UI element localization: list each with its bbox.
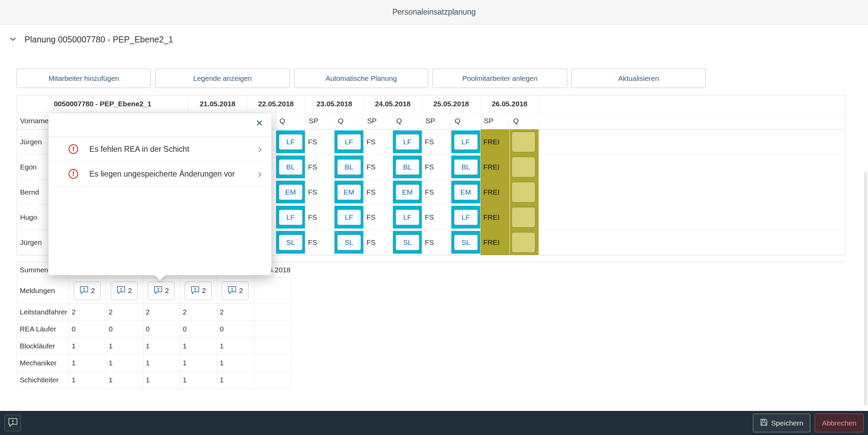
shift-code-button[interactable]: BL	[454, 159, 478, 175]
weekend-q-cell[interactable]	[510, 129, 539, 155]
shift-code-button[interactable]: SL	[454, 235, 478, 250]
add-employee-button[interactable]: Mitarbeiter hinzufügen	[17, 69, 151, 88]
shift-q-cell[interactable]: BL	[393, 155, 422, 180]
shift-q-cell[interactable]: BL	[451, 155, 481, 180]
shift-q-cell[interactable]: LF	[451, 205, 481, 230]
shift-code-button[interactable]: SL	[279, 235, 303, 250]
subcol-header-q: Q	[451, 112, 481, 129]
shift-code-button[interactable]: LF	[396, 210, 419, 225]
shift-sp-cell[interactable]: FS	[422, 230, 451, 255]
shift-sp-cell[interactable]: FS	[364, 205, 393, 230]
shift-q-cell[interactable]: SL	[334, 230, 364, 255]
message-item[interactable]: ! Es liegen ungespeicherte Änderungen vo…	[49, 162, 271, 186]
shift-code-button[interactable]: EM	[337, 184, 361, 200]
shift-q-cell[interactable]: BL	[334, 155, 364, 180]
shift-q-cell[interactable]: LF	[334, 129, 364, 155]
shift-q-cell[interactable]: EM	[276, 180, 305, 205]
shift-sp-cell[interactable]: FS	[422, 205, 451, 230]
shift-q-cell[interactable]: SL	[393, 230, 422, 255]
weekend-qual-box[interactable]	[511, 232, 536, 253]
shift-code-button[interactable]: LF	[454, 210, 478, 225]
weekend-q-cell[interactable]	[510, 155, 539, 180]
message-count: 2	[239, 287, 243, 295]
weekend-qual-box[interactable]	[511, 131, 536, 152]
shift-sp-cell[interactable]: FS	[422, 129, 451, 155]
shift-code-button[interactable]: EM	[454, 184, 478, 200]
frei-cell[interactable]: FREI	[481, 205, 510, 230]
weekend-qual-box[interactable]	[511, 182, 536, 203]
weekend-q-cell[interactable]	[510, 230, 539, 255]
shift-sp-cell[interactable]: FS	[364, 180, 393, 205]
shift-sp-cell[interactable]: FS	[305, 205, 334, 230]
message-count-button[interactable]: 2	[222, 282, 249, 300]
shift-q-cell[interactable]: EM	[334, 180, 364, 205]
message-text: Es fehlen REA in der Schicht	[89, 145, 258, 154]
empty-cell	[254, 304, 291, 321]
message-item[interactable]: ! Es fehlen REA in der Schicht ›	[49, 137, 271, 162]
shift-code-button[interactable]: BL	[279, 159, 303, 175]
shift-q-cell[interactable]: LF	[451, 129, 481, 155]
vertical-scrollbar-thumb[interactable]	[864, 171, 867, 406]
shift-code-button[interactable]: BL	[337, 159, 361, 175]
message-count-button[interactable]: 2	[148, 282, 175, 300]
weekend-q-cell[interactable]	[510, 205, 539, 230]
shift-highlight: LF	[393, 206, 422, 229]
refresh-button[interactable]: Aktualisieren	[572, 69, 706, 88]
shift-q-cell[interactable]: LF	[393, 129, 422, 155]
shift-sp-cell[interactable]: FS	[422, 180, 451, 205]
frei-cell[interactable]: FREI	[481, 180, 510, 205]
save-button[interactable]: Speichern	[753, 414, 811, 432]
shift-q-cell[interactable]: LF	[334, 205, 364, 230]
message-count-button[interactable]: 2	[185, 282, 212, 300]
frei-cell[interactable]: FREI	[481, 230, 510, 255]
shift-sp-cell[interactable]: FS	[305, 129, 334, 155]
shift-q-cell[interactable]: BL	[276, 155, 305, 180]
shift-sp-cell[interactable]: FS	[364, 129, 393, 155]
shift-code-button[interactable]: LF	[279, 134, 303, 150]
cancel-button[interactable]: Abbrechen	[815, 414, 864, 432]
shift-code-button[interactable]: LF	[454, 134, 478, 150]
shift-q-cell[interactable]: LF	[276, 205, 305, 230]
shift-q-cell[interactable]: EM	[393, 180, 422, 205]
frei-cell[interactable]: FREI	[481, 155, 510, 180]
empty-cell	[254, 371, 291, 388]
shift-q-cell[interactable]: SL	[451, 230, 481, 255]
close-icon[interactable]: ✕	[255, 119, 263, 128]
weekend-qual-box[interactable]	[511, 207, 536, 228]
date-header-5: 25.05.2018	[422, 95, 481, 112]
frei-cell[interactable]: FREI	[481, 129, 510, 155]
empty-cell	[254, 338, 291, 355]
weekend-qual-box[interactable]	[511, 157, 536, 178]
shift-sp-cell[interactable]: FS	[364, 155, 393, 180]
shift-highlight: LF	[451, 130, 480, 153]
shift-sp-cell[interactable]: FS	[305, 180, 334, 205]
shift-sp-cell[interactable]: FS	[364, 230, 393, 255]
shift-code-button[interactable]: EM	[279, 184, 303, 200]
shift-code-button[interactable]: SL	[396, 235, 419, 250]
show-legend-button[interactable]: Legende anzeigen	[155, 69, 289, 88]
toolbar: Mitarbeiter hinzufügen Legende anzeigen …	[17, 69, 706, 88]
shift-code-button[interactable]: SL	[337, 235, 361, 250]
shift-code-button[interactable]: EM	[396, 184, 419, 200]
date-header-4: 24.05.2018	[364, 95, 422, 112]
shift-code-button[interactable]: LF	[279, 210, 303, 225]
shift-q-cell[interactable]: SL	[276, 230, 305, 255]
shift-code-button[interactable]: BL	[396, 159, 419, 175]
message-cell: 2	[69, 278, 106, 304]
message-count-button[interactable]: 2	[111, 282, 138, 300]
weekend-q-cell[interactable]	[510, 180, 539, 205]
create-pool-employee-button[interactable]: Poolmitarbeiter anlegen	[433, 69, 567, 88]
footer-messages-button[interactable]	[4, 415, 21, 431]
shift-code-button[interactable]: LF	[337, 210, 361, 225]
automatic-planning-button[interactable]: Automatische Planung	[294, 69, 428, 88]
shift-q-cell[interactable]: LF	[393, 205, 422, 230]
shift-sp-cell[interactable]: FS	[422, 155, 451, 180]
shift-q-cell[interactable]: LF	[276, 129, 305, 155]
message-count-button[interactable]: 2	[74, 282, 101, 300]
shift-q-cell[interactable]: EM	[451, 180, 481, 205]
shift-code-button[interactable]: LF	[396, 134, 419, 150]
shift-code-button[interactable]: LF	[337, 134, 361, 150]
shift-sp-cell[interactable]: FS	[305, 155, 334, 180]
shift-sp-cell[interactable]: FS	[305, 230, 334, 255]
collapse-section-button[interactable]	[9, 35, 17, 44]
